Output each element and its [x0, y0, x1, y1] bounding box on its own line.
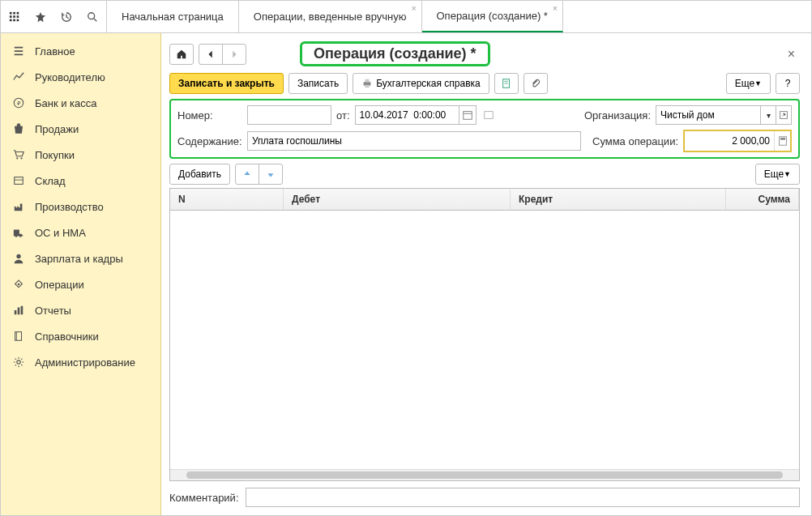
- sidebar-item-label: Зарплата и кадры: [35, 253, 123, 265]
- print-label: Бухгалтерская справка: [376, 78, 481, 89]
- close-icon[interactable]: ×: [553, 4, 558, 13]
- table-body[interactable]: [170, 211, 799, 469]
- more-button[interactable]: Еще ▼: [726, 73, 771, 94]
- open-icon[interactable]: [776, 105, 792, 125]
- add-button[interactable]: Добавить: [169, 164, 230, 185]
- svg-point-14: [20, 157, 22, 159]
- col-credit[interactable]: Кредит: [511, 189, 726, 210]
- comment-input[interactable]: [246, 488, 801, 507]
- back-button[interactable]: [199, 44, 223, 65]
- calendar-icon[interactable]: [459, 105, 477, 125]
- svg-rect-23: [15, 332, 22, 341]
- sidebar-item-production[interactable]: Производство: [1, 194, 160, 220]
- sidebar-item-label: ОС и НМА: [35, 227, 86, 239]
- svg-point-25: [17, 360, 20, 364]
- sidebar: Главное Руководителю ₽Банк и касса Прода…: [1, 33, 161, 515]
- document-button[interactable]: [494, 73, 519, 94]
- apps-icon[interactable]: [7, 10, 22, 24]
- sidebar-item-main[interactable]: Главное: [1, 38, 160, 64]
- svg-rect-32: [463, 112, 472, 120]
- sum-label: Сумма операции:: [592, 135, 678, 147]
- sidebar-item-label: Администрирование: [35, 356, 135, 369]
- tab-operation-create[interactable]: Операция (создание) *×: [422, 1, 563, 32]
- sum-input[interactable]: [685, 131, 774, 151]
- move-up-button[interactable]: [235, 164, 259, 185]
- content: Операция (создание) * × Записать и закры…: [161, 33, 811, 515]
- sidebar-item-label: Руководителю: [35, 71, 105, 83]
- tab-manual-ops[interactable]: Операции, введенные вручную×: [239, 1, 422, 32]
- sidebar-item-label: Покупки: [35, 149, 75, 161]
- diamond-icon: [12, 278, 25, 291]
- dropdown-icon[interactable]: ▾: [760, 105, 776, 125]
- person-icon: [12, 252, 25, 265]
- svg-text:₽: ₽: [17, 100, 21, 106]
- svg-rect-20: [15, 310, 17, 314]
- save-button[interactable]: Записать: [288, 73, 348, 94]
- svg-rect-22: [21, 306, 24, 315]
- svg-rect-0: [10, 11, 12, 14]
- org-label: Организация:: [584, 109, 651, 122]
- chart-icon: [12, 70, 25, 83]
- sidebar-item-reports[interactable]: Отчеты: [1, 297, 160, 323]
- sidebar-item-bank[interactable]: ₽Банк и касса: [1, 90, 160, 116]
- table-more-button[interactable]: Еще ▼: [755, 164, 800, 185]
- toolbar-icons: [1, 1, 107, 32]
- date-input[interactable]: [355, 105, 459, 125]
- number-input[interactable]: [247, 105, 331, 125]
- form-row-1: Номер: от: Организация: ▾: [177, 105, 792, 125]
- date-label: от:: [336, 109, 350, 122]
- move-down-button[interactable]: [259, 164, 283, 185]
- tab-label: Операции, введенные вручную: [254, 11, 407, 23]
- sidebar-item-purchases[interactable]: Покупки: [1, 142, 160, 168]
- sidebar-item-label: Склад: [35, 175, 66, 187]
- sidebar-item-label: Банк и касса: [35, 97, 97, 109]
- calculator-icon[interactable]: [774, 131, 790, 151]
- org-group: ▾: [656, 105, 792, 125]
- svg-point-19: [18, 284, 20, 286]
- content-label: Содержание:: [177, 135, 242, 147]
- search-icon[interactable]: [85, 10, 100, 24]
- sidebar-item-label: Операции: [35, 279, 84, 291]
- nav-buttons: [199, 44, 246, 65]
- form-highlight: Номер: от: Организация: ▾ Содержание:: [169, 99, 800, 159]
- org-input[interactable]: [656, 105, 761, 125]
- close-button[interactable]: ×: [783, 47, 800, 62]
- home-button[interactable]: [169, 44, 194, 65]
- svg-rect-6: [10, 19, 12, 21]
- sidebar-item-admin[interactable]: Администрирование: [1, 349, 160, 375]
- help-button[interactable]: ?: [776, 73, 800, 94]
- horizontal-scrollbar[interactable]: [170, 469, 799, 480]
- sidebar-item-manager[interactable]: Руководителю: [1, 64, 160, 90]
- svg-line-10: [94, 18, 97, 21]
- bars-icon: [12, 304, 25, 317]
- sidebar-item-sales[interactable]: Продажи: [1, 116, 160, 142]
- close-icon[interactable]: ×: [412, 4, 417, 13]
- table: N Дебет Кредит Сумма: [169, 188, 800, 481]
- table-header: N Дебет Кредит Сумма: [170, 189, 799, 211]
- svg-rect-2: [17, 11, 19, 14]
- col-debit[interactable]: Дебет: [284, 189, 511, 210]
- note-icon[interactable]: [481, 109, 496, 121]
- svg-rect-5: [17, 15, 19, 18]
- print-button[interactable]: Бухгалтерская справка: [353, 73, 489, 94]
- svg-rect-1: [13, 11, 15, 14]
- sidebar-item-salary[interactable]: Зарплата и кадры: [1, 245, 160, 271]
- content-input[interactable]: [247, 131, 581, 151]
- star-icon[interactable]: [33, 10, 48, 24]
- sidebar-item-operations[interactable]: Операции: [1, 271, 160, 297]
- tab-label: Начальная страница: [122, 11, 224, 23]
- more-label: Еще: [764, 168, 784, 180]
- save-close-button[interactable]: Записать и закрыть: [169, 73, 284, 94]
- sidebar-item-warehouse[interactable]: Склад: [1, 168, 160, 194]
- menu-icon: [12, 45, 25, 58]
- sidebar-item-catalogs[interactable]: Справочники: [1, 323, 160, 349]
- attach-button[interactable]: [524, 73, 548, 94]
- col-n[interactable]: N: [170, 189, 284, 210]
- more-label: Еще: [735, 78, 754, 89]
- history-icon[interactable]: [59, 10, 74, 24]
- forward-button[interactable]: [222, 44, 246, 65]
- sidebar-item-label: Отчеты: [35, 305, 71, 317]
- tab-home[interactable]: Начальная страница: [107, 1, 239, 32]
- sidebar-item-assets[interactable]: ОС и НМА: [1, 220, 160, 245]
- col-sum[interactable]: Сумма: [726, 189, 799, 210]
